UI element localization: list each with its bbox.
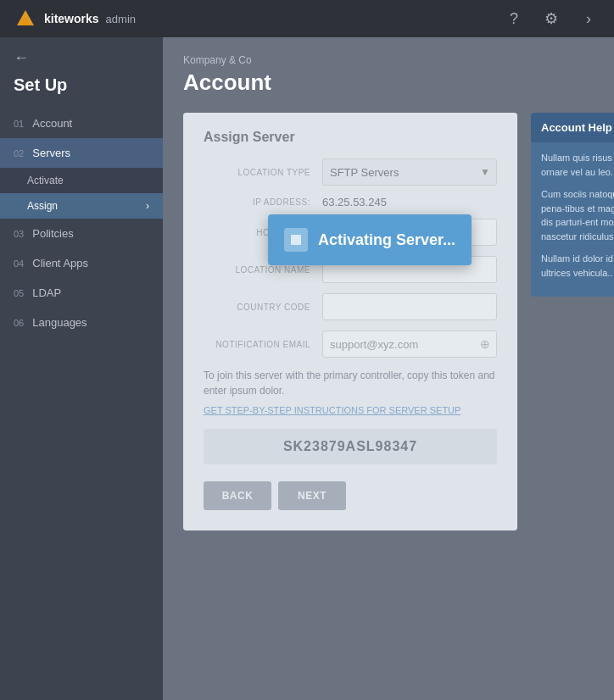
sidebar-item-policies[interactable]: 03 Politcies bbox=[0, 219, 163, 248]
brand-area: kiteworks admin bbox=[14, 7, 136, 31]
admin-label: admin bbox=[106, 13, 136, 25]
activating-icon bbox=[284, 228, 308, 252]
top-nav: kiteworks admin ? ⚙ › bbox=[0, 0, 614, 37]
form-panel-overlay bbox=[183, 113, 517, 531]
expand-icon-button[interactable]: › bbox=[577, 7, 600, 31]
activating-overlay: Activating Server... bbox=[268, 214, 472, 265]
sidebar-label-account: Account bbox=[32, 117, 72, 130]
sidebar-item-account[interactable]: 01 Account bbox=[0, 108, 163, 138]
content-body: Assign Server LOCATION TYPE SFTP Servers… bbox=[183, 113, 594, 531]
item-number-servers: 02 bbox=[14, 148, 24, 158]
item-number-languages: 06 bbox=[14, 318, 24, 328]
sidebar-subitem-activate[interactable]: Activate bbox=[0, 168, 163, 193]
form-panel: Assign Server LOCATION TYPE SFTP Servers… bbox=[183, 113, 517, 531]
sidebar-label-languages: Languages bbox=[32, 316, 87, 329]
help-panel-text-1: Nullam quis risus ornare vel au leo. bbox=[541, 151, 614, 179]
item-number-ldap: 05 bbox=[14, 288, 24, 298]
help-panel-card: Account Help Nullam quis risus ornare ve… bbox=[531, 113, 614, 297]
sidebar: ← Set Up 01 Account 02 Servers Activate … bbox=[0, 37, 163, 700]
item-number-account: 01 bbox=[14, 119, 24, 129]
svg-rect-2 bbox=[291, 235, 301, 245]
help-panel-text-3: Nullam id dolor id nibh ultrices vehicul… bbox=[541, 252, 614, 280]
subitem-assign-arrow: › bbox=[146, 200, 149, 212]
sidebar-label-servers: Servers bbox=[32, 147, 70, 159]
brand-name: kiteworks bbox=[44, 12, 99, 25]
sidebar-item-languages[interactable]: 06 Languages bbox=[0, 308, 163, 337]
sidebar-label-policies: Politcies bbox=[32, 227, 73, 240]
nav-actions: ? ⚙ › bbox=[502, 7, 600, 31]
subitem-assign-label: Assign bbox=[27, 200, 58, 212]
sidebar-nav: 01 Account 02 Servers Activate Assign › … bbox=[0, 108, 163, 700]
help-panel-title: Account Help bbox=[531, 113, 614, 142]
subitem-activate-label: Activate bbox=[27, 175, 64, 186]
help-panel: Account Help Nullam quis risus ornare ve… bbox=[531, 113, 614, 297]
activating-text: Activating Server... bbox=[318, 231, 455, 249]
sidebar-subitem-assign[interactable]: Assign › bbox=[0, 193, 163, 219]
help-icon-button[interactable]: ? bbox=[502, 7, 526, 31]
content-area: Kompany & Co Account Assign Server LOCAT… bbox=[163, 37, 614, 700]
item-number-policies: 03 bbox=[14, 229, 24, 239]
sidebar-item-clientapps[interactable]: 04 Client Apps bbox=[0, 248, 163, 278]
back-button[interactable]: ← bbox=[0, 37, 163, 72]
sidebar-title: Set Up bbox=[0, 72, 163, 108]
breadcrumb: Kompany & Co bbox=[183, 54, 594, 66]
item-number-clientapps: 04 bbox=[14, 258, 24, 269]
sidebar-item-ldap[interactable]: 05 LDAP bbox=[0, 278, 163, 308]
main-layout: ← Set Up 01 Account 02 Servers Activate … bbox=[0, 37, 614, 700]
sidebar-label-clientapps: Client Apps bbox=[32, 257, 88, 269]
sidebar-sub-servers: Activate Assign › bbox=[0, 168, 163, 219]
sidebar-label-ldap: LDAP bbox=[32, 286, 61, 299]
help-panel-body: Nullam quis risus ornare vel au leo. Cum… bbox=[531, 142, 614, 297]
settings-icon-button[interactable]: ⚙ bbox=[539, 7, 563, 31]
page-title: Account bbox=[183, 69, 594, 96]
sidebar-item-servers[interactable]: 02 Servers bbox=[0, 138, 163, 168]
logo-icon bbox=[14, 7, 37, 31]
help-panel-text-2: Cum sociis natoque pena-tibus et magnis … bbox=[541, 187, 614, 243]
